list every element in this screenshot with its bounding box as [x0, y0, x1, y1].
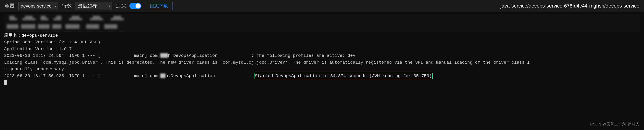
- download-button[interactable]: 日志下载: [145, 2, 173, 10]
- page-title: java-service/devops-service-678fd4c44-mg…: [500, 3, 640, 9]
- lines-select[interactable]: 最后20行: [76, 2, 112, 10]
- blurred-class-1: ███: [160, 53, 168, 58]
- info-line-1: 2023-06-30 18:17:24.564 INFO 1 --- [ mai…: [4, 52, 640, 59]
- blurred-line-3: ██ ██ █▀▀██ ██ ██ █▀▀ ██ ██ ██ ██ ██: [4, 31, 640, 32]
- spring-boot-line: Spring-Boot-Version: (v2.2.4.RELEASE): [4, 39, 640, 46]
- trace-toggle[interactable]: [130, 3, 141, 9]
- loading-line: Loading class `com.mysql.jdbc.Driver'. T…: [4, 59, 640, 66]
- blurred-class-2: ██: [160, 74, 166, 78]
- log-top-strip: ██▄ ▄███▄ ██▄ ▄██ ▄███▄ ▄███▄ ▄███▄ ████…: [4, 14, 640, 32]
- container-select[interactable]: devops-service: [18, 2, 58, 10]
- blurred-line-2: ████▌▐█████ ████▌▐███ ▐█████ ▐████▌ ▐███…: [4, 22, 640, 31]
- loading-line-2: s generally unnecessary.: [4, 66, 640, 72]
- toolbar: 容器 devops-service 行数 最后20行 追踪 日志下载 java-…: [0, 0, 644, 12]
- started-highlight: Started DevopsApplication in 34.874 seco…: [254, 73, 433, 79]
- trace-label: 追踪: [116, 2, 126, 9]
- log-area: ██▄ ▄███▄ ██▄ ▄██ ▄███▄ ▄███▄ ▄███▄ ████…: [0, 12, 644, 130]
- app-version-line: Application-Version: 1.0.7: [4, 46, 640, 52]
- lines-select-wrapper[interactable]: 最后20行: [76, 2, 112, 10]
- toggle-thumb: [136, 4, 140, 8]
- info-line-2: 2023-06-30 18:17:56.925 INFO 1 --- [ mai…: [4, 73, 640, 79]
- container-select-wrapper[interactable]: devops-service: [18, 2, 58, 10]
- toggle-track[interactable]: [130, 3, 141, 9]
- watermark: CSDN @天草二十六_简村人: [590, 121, 640, 127]
- container-label: 容器: [4, 2, 14, 9]
- lines-label: 行数: [62, 2, 72, 9]
- blurred-line-1: ██▄ ▄███▄ ██▄ ▄██ ▄███▄ ▄███▄ ▄███▄: [4, 14, 640, 22]
- app-name-line: 应用名：devops-service: [4, 32, 640, 39]
- cursor-line: █: [4, 79, 640, 86]
